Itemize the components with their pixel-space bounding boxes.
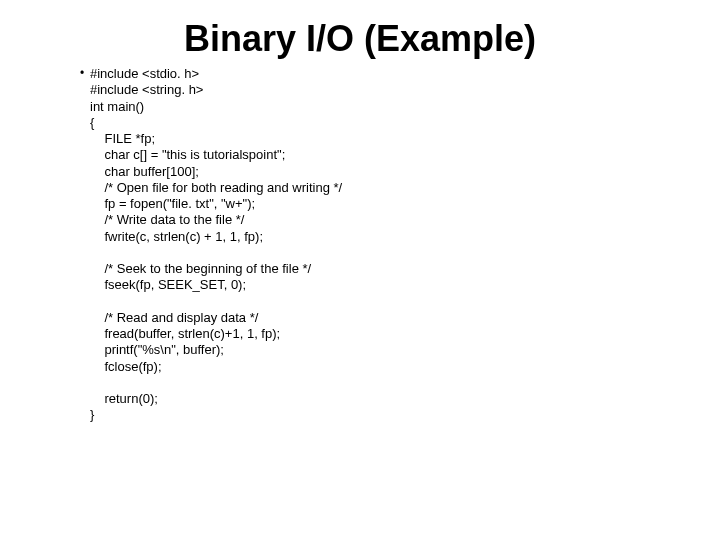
slide-body: • #include <stdio. h> #include <string. … [80, 66, 680, 424]
slide: Binary I/O (Example) • #include <stdio. … [0, 0, 720, 540]
bullet-item: • #include <stdio. h> #include <string. … [80, 66, 680, 424]
bullet-glyph: • [80, 66, 90, 82]
code-block: #include <stdio. h> #include <string. h>… [90, 66, 342, 424]
slide-title: Binary I/O (Example) [40, 0, 680, 66]
